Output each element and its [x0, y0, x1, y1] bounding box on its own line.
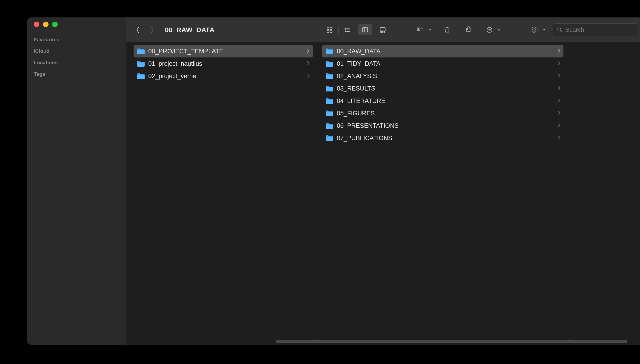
- chevron-down-icon: [428, 28, 432, 32]
- dropbox-button[interactable]: [527, 24, 541, 36]
- folder-icon: [325, 122, 334, 129]
- horizontal-scrollbar[interactable]: [126, 340, 640, 343]
- svg-point-23: [467, 28, 468, 30]
- svg-point-26: [489, 30, 490, 30]
- sidebar-section-locations[interactable]: Locations: [27, 57, 126, 68]
- column-1: 00_PROJECT_TEMPLATE01_project_nautilus02…: [134, 42, 315, 345]
- folder-label: 00_PROJECT_TEMPLATE: [148, 48, 307, 55]
- forward-button[interactable]: [148, 26, 156, 34]
- icon-view-button[interactable]: [323, 24, 337, 36]
- chevron-right-icon: [557, 73, 561, 79]
- column-view-button[interactable]: [358, 24, 372, 36]
- svg-rect-18: [419, 28, 420, 29]
- svg-rect-1: [330, 27, 332, 30]
- svg-line-34: [560, 30, 562, 32]
- folder-icon: [325, 72, 334, 80]
- svg-point-25: [488, 30, 488, 30]
- column-browser: 00_PROJECT_TEMPLATE01_project_nautilus02…: [126, 42, 640, 345]
- folder-label: 01_project_nautilus: [148, 60, 307, 67]
- svg-rect-19: [417, 29, 418, 30]
- folder-label: 01_TIDY_DATA: [337, 60, 557, 67]
- folder-label: 03_RESULTS: [337, 85, 557, 92]
- folder-icon: [325, 110, 334, 117]
- main-area: 00_RAW_DATA: [126, 18, 640, 345]
- folder-item[interactable]: 07_PUBLICATIONS: [322, 132, 563, 144]
- sidebar-section-icloud[interactable]: iCloud: [27, 46, 126, 57]
- folder-item[interactable]: 03_RESULTS: [322, 82, 563, 95]
- folder-label: 00_RAW_DATA: [337, 48, 557, 55]
- folder-item[interactable]: 00_PROJECT_TEMPLATE: [134, 45, 313, 58]
- folder-icon: [137, 60, 145, 67]
- folder-item[interactable]: 06_PRESENTATIONS: [322, 120, 563, 132]
- folder-label: 07_PUBLICATIONS: [337, 135, 557, 142]
- folder-item[interactable]: 04_LITERATURE: [322, 95, 563, 107]
- chevron-down-icon: [498, 28, 501, 32]
- folder-item[interactable]: 02_ANALYSIS: [322, 70, 563, 82]
- folder-item[interactable]: 05_FIGURES: [322, 107, 563, 120]
- svg-rect-2: [327, 30, 329, 32]
- svg-rect-3: [330, 30, 332, 32]
- svg-point-8: [345, 31, 346, 32]
- actions-button[interactable]: [482, 24, 496, 36]
- close-button[interactable]: [34, 22, 39, 27]
- folder-item[interactable]: 00_RAW_DATA: [322, 45, 563, 58]
- chevron-right-icon: [557, 86, 561, 91]
- sidebar: Favourites iCloud Locations Tags: [27, 18, 126, 345]
- share-button[interactable]: [440, 24, 454, 36]
- folder-icon: [137, 48, 145, 55]
- window-title: 00_RAW_DATA: [165, 26, 215, 34]
- tags-button[interactable]: [461, 24, 475, 36]
- svg-point-4: [345, 28, 346, 28]
- group-by-button[interactable]: [413, 24, 427, 36]
- chevron-right-icon: [557, 48, 561, 54]
- column-resize-handle[interactable]: ||: [566, 42, 573, 345]
- folder-icon: [325, 135, 334, 142]
- chevron-right-icon: [557, 110, 561, 116]
- folder-icon: [137, 72, 145, 80]
- sidebar-section-favourites[interactable]: Favourites: [27, 34, 126, 46]
- chevron-right-icon: [307, 61, 310, 66]
- svg-rect-16: [384, 32, 385, 32]
- folder-icon: [325, 60, 334, 67]
- folder-icon: [325, 98, 334, 104]
- back-button[interactable]: [135, 26, 142, 34]
- svg-point-27: [491, 30, 491, 30]
- svg-rect-10: [363, 28, 368, 32]
- svg-marker-28: [530, 27, 534, 29]
- svg-marker-29: [534, 27, 537, 29]
- minimize-button[interactable]: [43, 22, 49, 27]
- column-3: [573, 42, 640, 345]
- folder-icon: [325, 85, 334, 92]
- list-view-button[interactable]: [340, 24, 354, 36]
- chevron-right-icon: [557, 61, 561, 66]
- svg-rect-17: [417, 28, 418, 29]
- svg-rect-13: [380, 28, 385, 31]
- folder-icon: [325, 48, 334, 55]
- chevron-down-icon: [542, 28, 546, 32]
- svg-rect-0: [327, 27, 329, 30]
- search-box[interactable]: [553, 24, 638, 36]
- folder-label: 02_ANALYSIS: [337, 72, 557, 80]
- chevron-right-icon: [307, 73, 310, 79]
- folder-label: 05_FIGURES: [337, 110, 557, 117]
- maximize-button[interactable]: [52, 22, 58, 27]
- folder-item[interactable]: 01_TIDY_DATA: [322, 58, 563, 70]
- chevron-right-icon: [557, 123, 561, 128]
- folder-item[interactable]: 01_project_nautilus: [134, 58, 313, 70]
- column-2: 00_RAW_DATA01_TIDY_DATA02_ANALYSIS03_RES…: [322, 42, 566, 345]
- column-resize-handle[interactable]: ||: [315, 42, 322, 345]
- svg-point-6: [345, 30, 346, 30]
- chevron-right-icon: [557, 98, 561, 104]
- window-controls: [27, 22, 126, 34]
- toolbar: 00_RAW_DATA: [126, 18, 640, 42]
- view-mode-group: [323, 24, 390, 36]
- folder-label: 06_PRESENTATIONS: [337, 122, 557, 130]
- sidebar-section-tags[interactable]: Tags: [27, 68, 126, 80]
- finder-window: Favourites iCloud Locations Tags 00_RAW_…: [27, 18, 640, 345]
- scrollbar-thumb[interactable]: [276, 340, 627, 343]
- nav-buttons: [135, 26, 156, 34]
- svg-rect-15: [382, 32, 383, 32]
- gallery-view-button[interactable]: [376, 24, 390, 36]
- folder-item[interactable]: 02_project_verne: [134, 70, 313, 82]
- search-input[interactable]: [565, 26, 634, 33]
